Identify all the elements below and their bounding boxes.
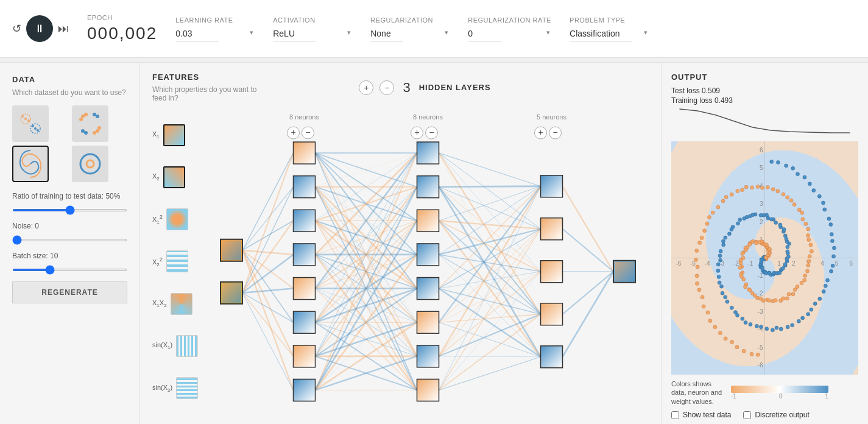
- svg-rect-186: [615, 262, 634, 281]
- remove-layer-button[interactable]: −: [379, 80, 394, 95]
- svg-line-130: [439, 186, 541, 255]
- epoch-block: Epoch 000,002: [87, 14, 157, 43]
- regularization-select[interactable]: NoneL1L2: [370, 26, 403, 41]
- svg-text:5 neurons: 5 neurons: [537, 113, 566, 121]
- feature-thumb-x1[interactable]: [163, 124, 185, 146]
- features-title: FEATURES: [152, 72, 262, 82]
- step-button[interactable]: ⏭: [58, 23, 69, 35]
- learning-rate-select[interactable]: 0.000010.00010.001 0.030.11310: [175, 26, 219, 41]
- epoch-label: Epoch: [87, 14, 157, 21]
- feature-x1sq[interactable]: X12: [152, 208, 207, 230]
- svg-point-11: [96, 129, 99, 133]
- feature-thumb-x2[interactable]: [163, 166, 185, 188]
- svg-line-47: [242, 289, 294, 293]
- ratio-label: Ratio of training to test data: 50%: [12, 192, 127, 200]
- svg-point-10: [79, 118, 83, 121]
- train-loss: Training loss 0.493: [671, 96, 858, 105]
- svg-rect-170: [294, 345, 316, 367]
- output-viz: [671, 141, 858, 375]
- discretize-label[interactable]: Discretize output: [743, 411, 809, 419]
- svg-line-125: [439, 186, 541, 221]
- svg-text:−: −: [552, 127, 557, 137]
- svg-rect-174: [417, 210, 439, 231]
- svg-rect-161: [222, 241, 241, 260]
- feature-sinx1[interactable]: sin(X1): [152, 335, 207, 357]
- feature-x2sq[interactable]: X22: [152, 250, 207, 272]
- svg-line-116: [439, 153, 541, 229]
- dataset-spiral[interactable]: [12, 146, 49, 182]
- spiral-output-canvas: [671, 141, 858, 375]
- bottom-controls: Show test data Discretize output: [671, 411, 858, 419]
- svg-rect-181: [541, 218, 563, 240]
- svg-rect-184: [541, 346, 563, 368]
- show-test-data-checkbox[interactable]: [671, 411, 679, 419]
- svg-rect-183: [541, 303, 563, 325]
- reset-button[interactable]: ↺: [12, 22, 21, 35]
- svg-point-18: [86, 160, 94, 168]
- pause-button[interactable]: ⏸: [26, 15, 53, 42]
- network-svg: 8 neurons+−8 neurons+−5 neurons+−: [207, 102, 649, 410]
- svg-point-19: [80, 154, 100, 174]
- dataset-xor[interactable]: [72, 105, 108, 142]
- main-content: DATA Which dataset do you want to use?: [0, 63, 868, 424]
- svg-text:8 neurons: 8 neurons: [413, 113, 443, 121]
- svg-line-132: [439, 255, 541, 272]
- right-panel: OUTPUT Test loss 0.509 Training loss 0.4…: [661, 63, 868, 424]
- svg-rect-166: [294, 210, 316, 231]
- batch-slider[interactable]: [12, 269, 127, 271]
- svg-rect-173: [417, 176, 439, 198]
- reg-rate-select[interactable]: 00.0010.0030.010.030.10.31310: [468, 26, 502, 41]
- feature-x1[interactable]: X1: [152, 124, 207, 146]
- feature-sinx2[interactable]: sin(X2): [152, 377, 207, 399]
- problem-type-wrapper: ClassificationRegression: [570, 26, 649, 41]
- batch-row: Batch size: 10: [12, 252, 127, 273]
- svg-text:+: +: [291, 127, 295, 137]
- svg-rect-163: [222, 283, 241, 303]
- noise-label: Noise: 0: [12, 222, 127, 230]
- regen-button[interactable]: REGENERATE: [12, 281, 127, 303]
- legend-text: Colors shows data, neuron and weight val…: [671, 380, 726, 406]
- svg-line-153: [439, 314, 541, 390]
- learning-rate-label: Learning rate: [175, 16, 255, 24]
- network-svg-container: 8 neurons+−8 neurons+−5 neurons+−: [207, 102, 649, 410]
- add-layer-button[interactable]: +: [359, 80, 373, 95]
- regularization-label: Regularization: [370, 16, 450, 24]
- learning-rate-wrapper: 0.000010.00010.001 0.030.11310: [175, 26, 255, 41]
- network-area: X1 X2 X12 X22 X1X2: [140, 102, 661, 410]
- svg-rect-177: [417, 311, 439, 333]
- feature-x2[interactable]: X2: [152, 166, 207, 188]
- feature-thumb-x1x2[interactable]: [171, 293, 192, 315]
- problem-type-select[interactable]: ClassificationRegression: [570, 26, 632, 41]
- feature-thumb-sinx2[interactable]: [176, 377, 198, 399]
- svg-rect-165: [294, 176, 316, 198]
- legend-pos: 1: [825, 393, 828, 400]
- svg-rect-171: [294, 379, 316, 401]
- svg-point-16: [96, 115, 99, 118]
- svg-text:+: +: [414, 127, 419, 137]
- svg-rect-169: [294, 311, 316, 333]
- dataset-concentric[interactable]: [72, 146, 108, 182]
- ratio-slider[interactable]: [12, 209, 127, 211]
- problem-type-label: Problem type: [570, 16, 649, 24]
- feature-thumb-x1sq[interactable]: [166, 208, 188, 230]
- activation-group: Activation ReLUTanhSigmoidLinear: [273, 16, 352, 41]
- feature-x1x2[interactable]: X1X2: [152, 293, 207, 315]
- hidden-layers-label: HIDDEN LAYERS: [419, 83, 491, 92]
- epoch-value: 000,002: [87, 24, 157, 43]
- noise-slider[interactable]: [12, 239, 127, 241]
- svg-point-13: [97, 126, 101, 130]
- svg-point-6: [32, 125, 34, 127]
- feature-thumb-sinx1[interactable]: [176, 335, 198, 357]
- svg-line-120: [439, 186, 541, 187]
- show-test-data-label[interactable]: Show test data: [671, 411, 731, 419]
- feature-thumb-x2sq[interactable]: [166, 250, 188, 272]
- svg-rect-167: [294, 244, 316, 266]
- activation-select[interactable]: ReLUTanhSigmoidLinear: [273, 26, 316, 41]
- dataset-circle[interactable]: [12, 105, 49, 142]
- center-panel: FEATURES Which properties do you want to…: [140, 63, 661, 424]
- data-title: DATA: [12, 75, 127, 84]
- noise-row: Noise: 0: [12, 222, 127, 243]
- discretize-checkbox[interactable]: [743, 411, 751, 419]
- discretize-text: Discretize output: [755, 411, 809, 419]
- svg-text:−: −: [429, 127, 434, 137]
